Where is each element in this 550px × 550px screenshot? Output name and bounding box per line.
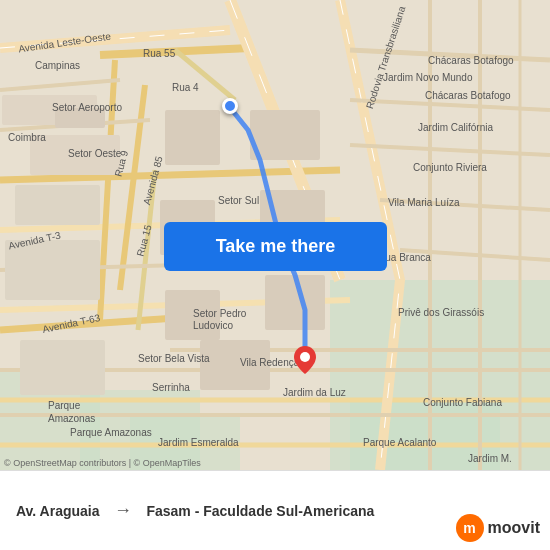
svg-rect-11 xyxy=(20,340,105,395)
svg-rect-14 xyxy=(165,290,220,340)
moovit-icon: m xyxy=(456,514,484,542)
bottom-bar: Av. Araguaia → Fasam - Faculdade Sul-Ame… xyxy=(0,470,550,550)
moovit-logo: m moovit xyxy=(456,514,540,542)
origin-marker xyxy=(222,98,238,114)
map-attribution: © OpenStreetMap contributors | © OpenMap… xyxy=(4,458,201,468)
svg-rect-15 xyxy=(200,340,270,390)
svg-rect-12 xyxy=(165,110,220,165)
arrow-icon: → xyxy=(114,500,132,520)
svg-rect-9 xyxy=(15,185,100,225)
svg-rect-10 xyxy=(5,240,100,300)
destination-marker xyxy=(294,346,316,374)
map-container: Avenida Leste-Oeste Campinas Setor Aerop… xyxy=(0,0,550,470)
svg-point-19 xyxy=(300,352,310,362)
svg-rect-7 xyxy=(30,135,120,175)
moovit-text: moovit xyxy=(488,519,540,537)
origin-label: Av. Araguaia xyxy=(16,503,100,519)
svg-rect-16 xyxy=(250,110,320,160)
take-me-there-button[interactable]: Take me there xyxy=(164,222,387,271)
svg-rect-8 xyxy=(55,108,105,128)
destination-label: Fasam - Faculdade Sul-Americana xyxy=(146,503,374,519)
svg-rect-5 xyxy=(350,400,500,470)
